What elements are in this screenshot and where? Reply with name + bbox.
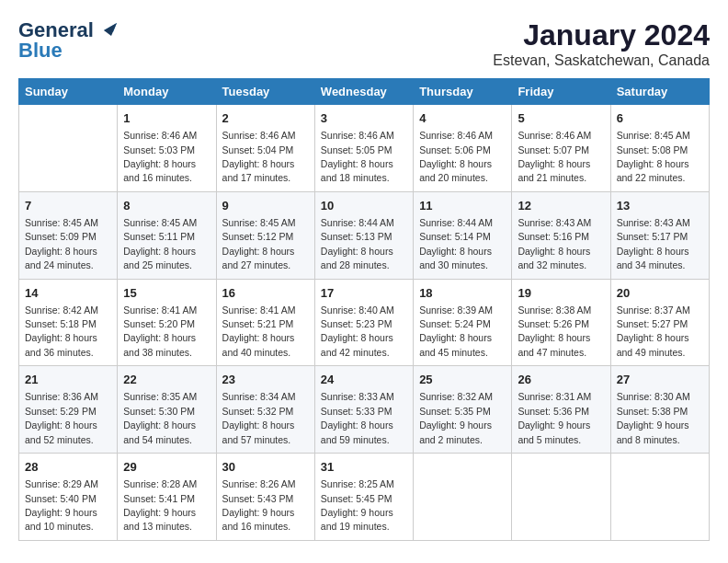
- day-detail: Sunrise: 8:44 AMSunset: 5:13 PMDaylight:…: [321, 217, 394, 270]
- day-number: 13: [617, 198, 703, 214]
- day-number: 27: [617, 372, 703, 388]
- day-number: 8: [123, 198, 210, 214]
- calendar-day-cell: 13 Sunrise: 8:43 AMSunset: 5:17 PMDaylig…: [610, 191, 709, 279]
- logo: General Blue: [18, 18, 117, 63]
- day-detail: Sunrise: 8:29 AMSunset: 5:40 PMDaylight:…: [25, 478, 98, 532]
- calendar-body: 1 Sunrise: 8:46 AMSunset: 5:03 PMDayligh…: [19, 105, 710, 541]
- calendar-day-cell: 21 Sunrise: 8:36 AMSunset: 5:29 PMDaylig…: [19, 366, 118, 454]
- day-number: 5: [518, 110, 604, 127]
- logo-text-blue: Blue: [18, 39, 63, 63]
- day-number: 26: [518, 372, 604, 388]
- calendar-day-cell: 8 Sunrise: 8:45 AMSunset: 5:11 PMDayligh…: [118, 191, 216, 279]
- day-detail: Sunrise: 8:44 AMSunset: 5:14 PMDaylight:…: [419, 217, 493, 270]
- calendar-week-row: 14 Sunrise: 8:42 AMSunset: 5:18 PMDaylig…: [19, 279, 710, 366]
- day-number: 16: [222, 285, 309, 302]
- location-subtitle: Estevan, Saskatchewan, Canada: [493, 52, 710, 69]
- day-number: 28: [25, 459, 111, 476]
- calendar-day-cell: [19, 105, 118, 192]
- logo-bird-icon: [97, 23, 117, 38]
- calendar-day-cell: 19 Sunrise: 8:38 AMSunset: 5:26 PMDaylig…: [512, 279, 610, 366]
- day-number: 14: [25, 285, 111, 302]
- day-detail: Sunrise: 8:40 AMSunset: 5:23 PMDaylight:…: [321, 304, 394, 358]
- day-number: 15: [123, 285, 210, 302]
- day-detail: Sunrise: 8:38 AMSunset: 5:26 PMDaylight:…: [518, 304, 591, 358]
- day-number: 11: [419, 198, 506, 214]
- day-number: 6: [617, 110, 703, 127]
- calendar-day-cell: 14 Sunrise: 8:42 AMSunset: 5:18 PMDaylig…: [19, 279, 118, 366]
- calendar-day-cell: [512, 454, 610, 541]
- calendar-table: SundayMondayTuesdayWednesdayThursdayFrid…: [18, 78, 710, 541]
- day-detail: Sunrise: 8:46 AMSunset: 5:05 PMDaylight:…: [321, 130, 394, 183]
- calendar-day-cell: 16 Sunrise: 8:41 AMSunset: 5:21 PMDaylig…: [216, 279, 314, 366]
- calendar-day-cell: 31 Sunrise: 8:25 AMSunset: 5:45 PMDaylig…: [314, 454, 413, 541]
- day-number: 24: [321, 372, 407, 388]
- day-detail: Sunrise: 8:36 AMSunset: 5:29 PMDaylight:…: [25, 391, 98, 444]
- day-detail: Sunrise: 8:45 AMSunset: 5:12 PMDaylight:…: [222, 217, 296, 270]
- calendar-day-cell: 9 Sunrise: 8:45 AMSunset: 5:12 PMDayligh…: [216, 191, 314, 279]
- day-detail: Sunrise: 8:33 AMSunset: 5:33 PMDaylight:…: [321, 391, 394, 444]
- calendar-week-row: 1 Sunrise: 8:46 AMSunset: 5:03 PMDayligh…: [19, 105, 710, 192]
- day-number: 9: [222, 198, 309, 214]
- day-detail: Sunrise: 8:41 AMSunset: 5:21 PMDaylight:…: [222, 304, 296, 358]
- day-detail: Sunrise: 8:39 AMSunset: 5:24 PMDaylight:…: [419, 304, 493, 358]
- day-number: 12: [518, 198, 604, 214]
- day-number: 22: [123, 372, 210, 388]
- calendar-day-cell: 26 Sunrise: 8:31 AMSunset: 5:36 PMDaylig…: [512, 366, 610, 454]
- weekday-header-row: SundayMondayTuesdayWednesdayThursdayFrid…: [19, 79, 710, 105]
- day-detail: Sunrise: 8:41 AMSunset: 5:20 PMDaylight:…: [123, 304, 197, 358]
- month-title: January 2024: [493, 18, 710, 52]
- day-detail: Sunrise: 8:46 AMSunset: 5:06 PMDaylight:…: [419, 130, 493, 183]
- day-number: 20: [617, 285, 703, 302]
- day-detail: Sunrise: 8:42 AMSunset: 5:18 PMDaylight:…: [25, 304, 98, 358]
- weekday-header-cell: Tuesday: [216, 79, 314, 105]
- day-number: 10: [321, 198, 407, 214]
- day-detail: Sunrise: 8:32 AMSunset: 5:35 PMDaylight:…: [419, 391, 493, 444]
- calendar-day-cell: 15 Sunrise: 8:41 AMSunset: 5:20 PMDaylig…: [118, 279, 216, 366]
- calendar-day-cell: 10 Sunrise: 8:44 AMSunset: 5:13 PMDaylig…: [314, 191, 413, 279]
- svg-marker-1: [104, 23, 117, 36]
- day-number: 19: [518, 285, 604, 302]
- day-detail: Sunrise: 8:46 AMSunset: 5:07 PMDaylight:…: [518, 130, 591, 183]
- day-number: 23: [222, 372, 309, 388]
- day-detail: Sunrise: 8:35 AMSunset: 5:30 PMDaylight:…: [123, 391, 197, 444]
- weekday-header-cell: Wednesday: [314, 79, 413, 105]
- title-block: January 2024 Estevan, Saskatchewan, Cana…: [493, 18, 710, 69]
- day-detail: Sunrise: 8:46 AMSunset: 5:03 PMDaylight:…: [123, 130, 197, 183]
- day-number: 7: [25, 198, 111, 214]
- weekday-header-cell: Sunday: [19, 79, 118, 105]
- day-detail: Sunrise: 8:31 AMSunset: 5:36 PMDaylight:…: [518, 391, 591, 444]
- calendar-day-cell: 28 Sunrise: 8:29 AMSunset: 5:40 PMDaylig…: [19, 454, 118, 541]
- calendar-day-cell: 1 Sunrise: 8:46 AMSunset: 5:03 PMDayligh…: [118, 105, 216, 192]
- day-number: 25: [419, 372, 506, 388]
- day-number: 4: [419, 110, 506, 127]
- calendar-day-cell: 7 Sunrise: 8:45 AMSunset: 5:09 PMDayligh…: [19, 191, 118, 279]
- calendar-day-cell: 11 Sunrise: 8:44 AMSunset: 5:14 PMDaylig…: [414, 191, 512, 279]
- day-number: 18: [419, 285, 506, 302]
- weekday-header-cell: Monday: [118, 79, 216, 105]
- day-detail: Sunrise: 8:30 AMSunset: 5:38 PMDaylight:…: [617, 391, 690, 444]
- day-number: 30: [222, 459, 309, 476]
- day-detail: Sunrise: 8:28 AMSunset: 5:41 PMDaylight:…: [123, 478, 197, 532]
- calendar-day-cell: 2 Sunrise: 8:46 AMSunset: 5:04 PMDayligh…: [216, 105, 314, 192]
- calendar-day-cell: 23 Sunrise: 8:34 AMSunset: 5:32 PMDaylig…: [216, 366, 314, 454]
- day-detail: Sunrise: 8:45 AMSunset: 5:08 PMDaylight:…: [617, 130, 690, 183]
- calendar-day-cell: 5 Sunrise: 8:46 AMSunset: 5:07 PMDayligh…: [512, 105, 610, 192]
- day-number: 17: [321, 285, 407, 302]
- day-number: 3: [321, 110, 407, 127]
- day-detail: Sunrise: 8:46 AMSunset: 5:04 PMDaylight:…: [222, 130, 296, 183]
- page-header: General Blue January 2024 Estevan, Saska…: [18, 18, 710, 69]
- calendar-day-cell: [414, 454, 512, 541]
- calendar-day-cell: 22 Sunrise: 8:35 AMSunset: 5:30 PMDaylig…: [118, 366, 216, 454]
- weekday-header-cell: Saturday: [610, 79, 709, 105]
- day-detail: Sunrise: 8:25 AMSunset: 5:45 PMDaylight:…: [321, 478, 394, 532]
- calendar-day-cell: 4 Sunrise: 8:46 AMSunset: 5:06 PMDayligh…: [414, 105, 512, 192]
- calendar-day-cell: 27 Sunrise: 8:30 AMSunset: 5:38 PMDaylig…: [610, 366, 709, 454]
- calendar-day-cell: 24 Sunrise: 8:33 AMSunset: 5:33 PMDaylig…: [314, 366, 413, 454]
- calendar-day-cell: 12 Sunrise: 8:43 AMSunset: 5:16 PMDaylig…: [512, 191, 610, 279]
- calendar-day-cell: 18 Sunrise: 8:39 AMSunset: 5:24 PMDaylig…: [414, 279, 512, 366]
- calendar-day-cell: 17 Sunrise: 8:40 AMSunset: 5:23 PMDaylig…: [314, 279, 413, 366]
- weekday-header-cell: Thursday: [414, 79, 512, 105]
- calendar-day-cell: 25 Sunrise: 8:32 AMSunset: 5:35 PMDaylig…: [414, 366, 512, 454]
- day-number: 1: [123, 110, 210, 127]
- day-detail: Sunrise: 8:43 AMSunset: 5:16 PMDaylight:…: [518, 217, 591, 270]
